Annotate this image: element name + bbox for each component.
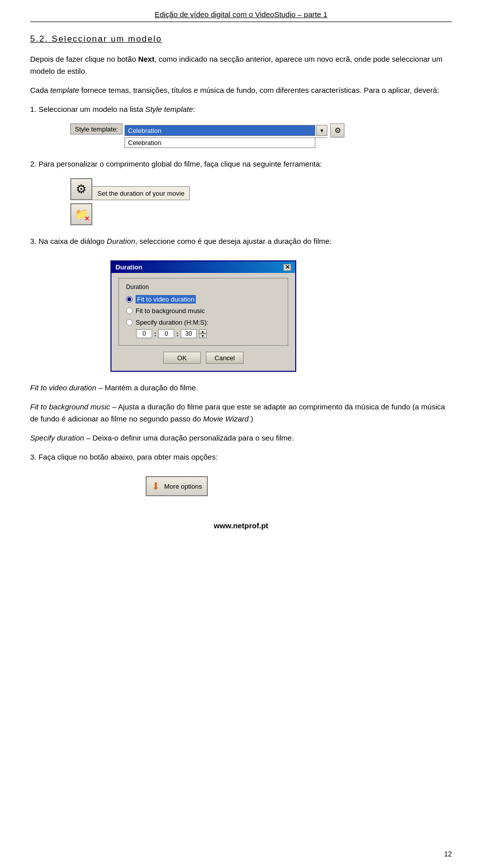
radio-row-2: Fit to background music (126, 307, 281, 315)
radio-row-3: Specify duration (H:M:S): (126, 319, 281, 326)
settings-button[interactable]: ⚙ (330, 123, 344, 137)
section-heading: 5.2. Seleccionar um modelo (30, 34, 452, 44)
dropdown-arrow-button[interactable]: ▼ (316, 125, 327, 136)
more-options-button[interactable]: ⬇ More options (146, 476, 208, 496)
dialog-title-text: Duration (115, 263, 142, 271)
time-inputs: : : ▲ ▼ (136, 329, 281, 338)
fit-bg-label: Fit to background music (136, 307, 205, 315)
website-footer: www.netprof.pt (30, 521, 452, 530)
radio-fit-video[interactable] (126, 296, 133, 303)
dialog-title-bar: Duration ✕ (111, 261, 295, 273)
cancel-button[interactable]: Cancel (206, 352, 244, 364)
duration-group-box: Duration Fit to video duration Fit to ba… (118, 278, 288, 346)
more-options-widget: ⬇ More options (146, 476, 208, 496)
time-seconds-input[interactable] (181, 329, 197, 338)
step-1-text: 1. Seleccionar um modelo na lista Style … (30, 103, 452, 115)
header-title: Edição de vídeo digital com o VideoStudi… (155, 10, 327, 19)
folder-row: 📁 ✕ (70, 201, 92, 225)
time-minutes-input[interactable] (158, 329, 174, 338)
x-icon: ✕ (84, 215, 89, 222)
set-duration-top-row: ⚙ Set the duration of your movie (70, 178, 190, 200)
fit-video-desc: Fit to video duration – Mantém a duração… (30, 382, 452, 394)
page-header: Edição de vídeo digital com o VideoStudi… (30, 10, 452, 22)
duration-group-label: Duration (126, 283, 281, 291)
duration-dialog: Duration ✕ Duration Fit to video duratio… (110, 260, 296, 372)
colon-2: : (176, 330, 178, 338)
gear-icon-button[interactable]: ⚙ (70, 178, 92, 200)
radio-specify[interactable] (126, 319, 133, 326)
style-template-input-row: ▼ ⚙ (125, 123, 344, 137)
spin-buttons: ▲ ▼ (199, 329, 207, 338)
dialog-close-button[interactable]: ✕ (283, 264, 291, 271)
fit-bg-desc: Fit to background music – Ajusta a duraç… (30, 401, 452, 425)
specify-desc: Specify duration – Deixa-o definir uma d… (30, 432, 452, 444)
dialog-buttons: OK Cancel (118, 352, 288, 364)
style-template-widget: Style template: ▼ ⚙ Celebration (70, 123, 452, 148)
step-3-text: 3. Na caixa de diálogo Duration, selecci… (30, 235, 452, 247)
step-2-text: 2. Para personalizar o comprimento globa… (30, 158, 452, 170)
folder-icon-button[interactable]: 📁 ✕ (70, 203, 92, 225)
step-more-text: 3. Faça clique no botão abaixo, para obt… (30, 451, 452, 463)
paragraph-1: Depois de fazer clique no botão Next, co… (30, 53, 452, 77)
spin-down-button[interactable]: ▼ (199, 334, 207, 338)
dropdown-item[interactable]: Celebration (125, 138, 315, 148)
more-options-label: More options (164, 483, 202, 490)
dialog-body: Duration Fit to video duration Fit to ba… (111, 273, 295, 371)
dropdown-list: Celebration (125, 138, 315, 148)
page-number: 12 (444, 850, 452, 858)
duration-dialog-wrapper: Duration ✕ Duration Fit to video duratio… (110, 260, 296, 372)
colon-1: : (154, 330, 156, 338)
specify-label: Specify duration (H:M:S): (136, 319, 208, 326)
radio-fit-bg[interactable] (126, 308, 133, 314)
time-hours-input[interactable] (136, 329, 152, 338)
spin-up-button[interactable]: ▲ (199, 329, 207, 334)
option-3-container: Specify duration (H:M:S): : : ▲ ▼ (126, 319, 281, 338)
fit-video-label: Fit to video duration (136, 296, 196, 303)
radio-row-1: Fit to video duration (126, 296, 281, 303)
style-template-label: Style template: (70, 123, 123, 134)
set-duration-label-button[interactable]: Set the duration of your movie (92, 186, 190, 200)
ok-button[interactable]: OK (163, 352, 201, 364)
set-duration-widget: ⚙ Set the duration of your movie 📁 ✕ (70, 178, 452, 225)
paragraph-2: Cada template fornece temas, transições,… (30, 84, 452, 96)
style-template-input[interactable] (125, 125, 315, 136)
more-options-icon: ⬇ (152, 480, 160, 492)
style-template-controls: ▼ ⚙ Celebration (125, 123, 344, 148)
